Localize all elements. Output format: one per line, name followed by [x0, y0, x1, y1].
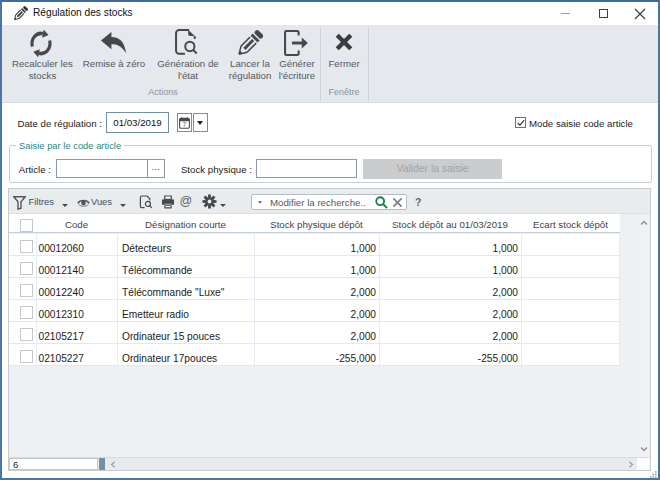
svg-text:7: 7 [182, 121, 186, 128]
